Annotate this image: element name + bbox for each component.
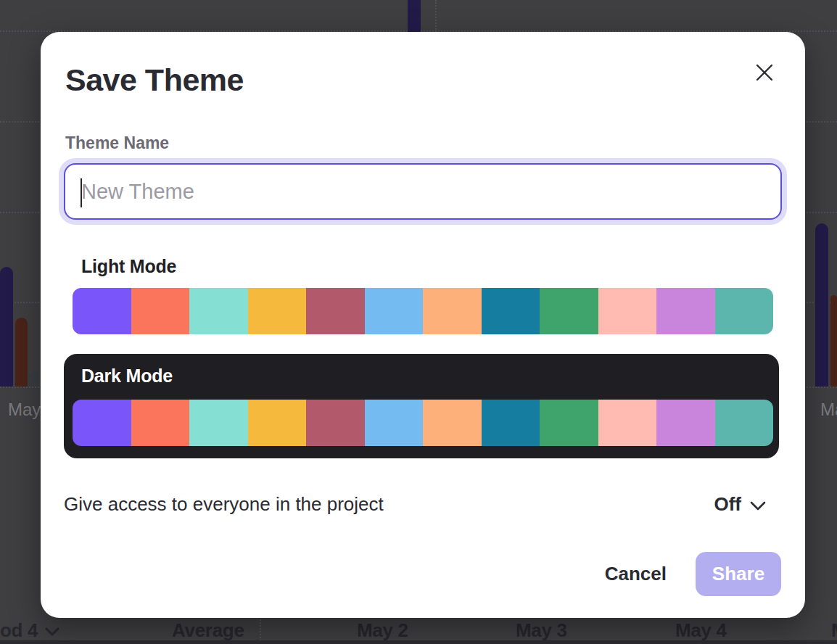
palette-swatch bbox=[540, 288, 598, 334]
palette-swatch bbox=[423, 288, 482, 334]
x-label-average: Average bbox=[172, 619, 244, 642]
chevron-down-icon bbox=[45, 627, 59, 636]
share-button[interactable]: Share bbox=[696, 552, 781, 596]
chart-bar bbox=[815, 223, 828, 387]
x-label-may4: May 4 bbox=[675, 619, 727, 642]
theme-name-input[interactable] bbox=[65, 165, 780, 218]
access-dropdown[interactable]: Off bbox=[714, 493, 766, 516]
cancel-button[interactable]: Cancel bbox=[605, 563, 667, 585]
access-row: Give access to everyone in the project O… bbox=[64, 493, 766, 516]
theme-name-input-wrap bbox=[64, 163, 782, 220]
axis-label-left: May bbox=[8, 400, 41, 420]
palette-swatch bbox=[306, 400, 365, 446]
access-dropdown-value: Off bbox=[714, 493, 741, 516]
palette-swatch bbox=[715, 400, 774, 446]
chevron-down-icon bbox=[750, 501, 766, 511]
x-label-may3: May 3 bbox=[516, 619, 567, 642]
chart-bar bbox=[29, 371, 39, 387]
close-button[interactable] bbox=[753, 61, 776, 84]
palette-swatch bbox=[598, 288, 657, 334]
palette-swatch bbox=[306, 288, 365, 334]
palette-swatch bbox=[189, 400, 248, 446]
close-icon bbox=[755, 63, 774, 82]
dark-mode-palette[interactable] bbox=[73, 400, 773, 446]
palette-swatch bbox=[423, 400, 482, 446]
x-label-may2: May 2 bbox=[357, 619, 408, 642]
palette-swatch bbox=[365, 288, 424, 334]
period-dropdown-partial: od 4 bbox=[0, 619, 38, 642]
x-label-partial: M bbox=[831, 619, 837, 642]
palette-swatch bbox=[482, 400, 540, 446]
light-mode-palette[interactable] bbox=[73, 288, 773, 334]
dark-mode-card: Dark Mode bbox=[64, 354, 779, 458]
light-mode-heading: Light Mode bbox=[81, 256, 176, 277]
text-caret bbox=[81, 178, 82, 207]
chart-bar bbox=[15, 318, 28, 387]
gridline-vertical bbox=[435, 0, 437, 32]
palette-swatch bbox=[656, 400, 715, 446]
dark-mode-heading: Dark Mode bbox=[81, 366, 173, 387]
axis-label-right: Ma bbox=[820, 400, 837, 420]
window-bottom-edge bbox=[0, 640, 837, 644]
palette-swatch bbox=[248, 400, 307, 446]
palette-swatch bbox=[715, 288, 774, 334]
palette-swatch bbox=[73, 288, 131, 334]
palette-swatch bbox=[248, 288, 307, 334]
theme-name-label: Theme Name bbox=[65, 133, 169, 153]
palette-swatch bbox=[482, 288, 540, 334]
palette-swatch bbox=[365, 400, 424, 446]
dialog-title: Save Theme bbox=[65, 62, 244, 98]
palette-swatch bbox=[189, 288, 248, 334]
chart-bar bbox=[830, 295, 837, 387]
chart-bar bbox=[0, 267, 13, 387]
palette-swatch bbox=[598, 400, 657, 446]
palette-swatch bbox=[131, 288, 190, 334]
dialog-actions: Cancel Share bbox=[605, 552, 781, 596]
palette-swatch bbox=[540, 400, 598, 446]
gridline-vertical bbox=[260, 614, 261, 644]
palette-swatch bbox=[73, 400, 131, 446]
save-theme-dialog: Save Theme Theme Name Light Mode Dark Mo… bbox=[41, 32, 805, 618]
palette-swatch bbox=[131, 400, 190, 446]
palette-swatch bbox=[656, 288, 715, 334]
access-label: Give access to everyone in the project bbox=[64, 493, 384, 516]
chart-bar bbox=[408, 0, 421, 32]
